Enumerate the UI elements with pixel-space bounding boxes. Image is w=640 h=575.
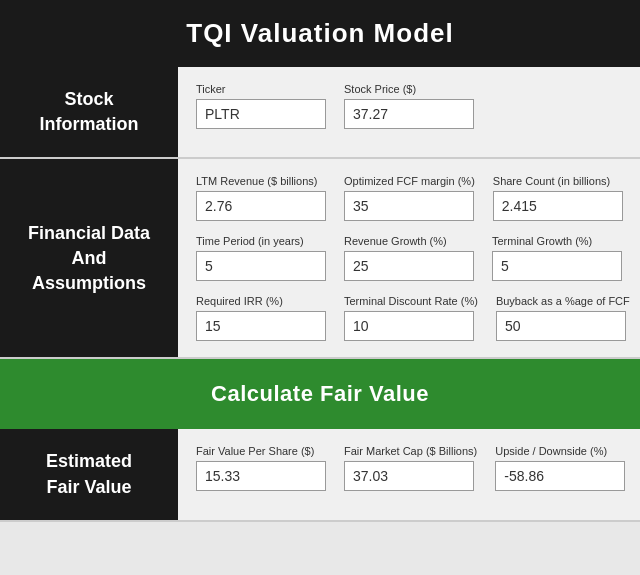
buyback-input[interactable]	[496, 311, 626, 341]
financial-fields-container: LTM Revenue ($ billions) Optimized FCF m…	[178, 159, 640, 357]
fair-market-cap-group: Fair Market Cap ($ Billions)	[344, 445, 477, 491]
financial-row-1: LTM Revenue ($ billions) Optimized FCF m…	[196, 175, 630, 221]
terminal-discount-group: Terminal Discount Rate (%)	[344, 295, 478, 341]
fair-market-cap-label: Fair Market Cap ($ Billions)	[344, 445, 477, 457]
fcf-margin-group: Optimized FCF margin (%)	[344, 175, 475, 221]
fair-market-cap-input[interactable]	[344, 461, 474, 491]
page-title: TQI Valuation Model	[0, 0, 640, 67]
ltm-revenue-group: LTM Revenue ($ billions)	[196, 175, 326, 221]
upside-downside-input[interactable]	[495, 461, 625, 491]
terminal-growth-input[interactable]	[492, 251, 622, 281]
terminal-discount-label: Terminal Discount Rate (%)	[344, 295, 478, 307]
stock-price-field-group: Stock Price ($)	[344, 83, 474, 129]
estimated-fair-value-label: Estimated Fair Value	[0, 429, 178, 519]
financial-label-text: Financial Data And Assumptions	[28, 221, 150, 297]
fair-value-per-share-label: Fair Value Per Share ($)	[196, 445, 326, 457]
estimated-label-text: Estimated Fair Value	[46, 449, 132, 499]
terminal-growth-label: Terminal Growth (%)	[492, 235, 622, 247]
ticker-label: Ticker	[196, 83, 326, 95]
stock-fields-container: Ticker Stock Price ($)	[178, 67, 640, 157]
stock-information-label: Stock Information	[0, 67, 178, 157]
stock-label-text: Stock Information	[40, 87, 139, 137]
time-period-group: Time Period (in years)	[196, 235, 326, 281]
ticker-input[interactable]	[196, 99, 326, 129]
share-count-label: Share Count (in billions)	[493, 175, 623, 187]
ticker-field-group: Ticker	[196, 83, 326, 129]
revenue-growth-input[interactable]	[344, 251, 474, 281]
fair-value-per-share-group: Fair Value Per Share ($)	[196, 445, 326, 491]
upside-downside-label: Upside / Downside (%)	[495, 445, 625, 457]
revenue-growth-label: Revenue Growth (%)	[344, 235, 474, 247]
financial-row-3: Required IRR (%) Terminal Discount Rate …	[196, 295, 630, 341]
calculate-fair-value-button[interactable]: Calculate Fair Value	[0, 359, 640, 429]
fcf-margin-input[interactable]	[344, 191, 474, 221]
time-period-input[interactable]	[196, 251, 326, 281]
upside-downside-group: Upside / Downside (%)	[495, 445, 625, 491]
fair-value-per-share-input[interactable]	[196, 461, 326, 491]
time-period-label: Time Period (in years)	[196, 235, 326, 247]
ltm-revenue-input[interactable]	[196, 191, 326, 221]
buyback-label: Buyback as a %age of FCF	[496, 295, 630, 307]
financial-data-section: Financial Data And Assumptions LTM Reven…	[0, 159, 640, 359]
fcf-margin-label: Optimized FCF margin (%)	[344, 175, 475, 187]
stock-price-label: Stock Price ($)	[344, 83, 474, 95]
revenue-growth-group: Revenue Growth (%)	[344, 235, 474, 281]
required-irr-input[interactable]	[196, 311, 326, 341]
estimated-fields-container: Fair Value Per Share ($) Fair Market Cap…	[178, 429, 640, 519]
required-irr-group: Required IRR (%)	[196, 295, 326, 341]
financial-row-2: Time Period (in years) Revenue Growth (%…	[196, 235, 630, 281]
estimated-fair-value-section: Estimated Fair Value Fair Value Per Shar…	[0, 429, 640, 521]
terminal-growth-group: Terminal Growth (%)	[492, 235, 622, 281]
stock-information-section: Stock Information Ticker Stock Price ($)	[0, 67, 640, 159]
terminal-discount-input[interactable]	[344, 311, 474, 341]
share-count-input[interactable]	[493, 191, 623, 221]
share-count-group: Share Count (in billions)	[493, 175, 623, 221]
stock-price-input[interactable]	[344, 99, 474, 129]
estimated-row-1: Fair Value Per Share ($) Fair Market Cap…	[196, 445, 625, 491]
ltm-revenue-label: LTM Revenue ($ billions)	[196, 175, 326, 187]
financial-data-label: Financial Data And Assumptions	[0, 159, 178, 357]
required-irr-label: Required IRR (%)	[196, 295, 326, 307]
buyback-group: Buyback as a %age of FCF	[496, 295, 630, 341]
